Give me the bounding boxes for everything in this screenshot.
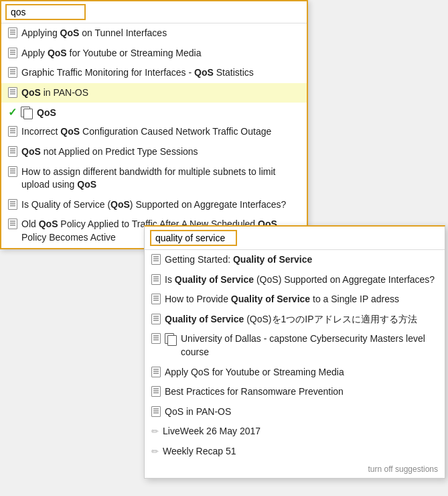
list-item[interactable]: QoS in PAN-OS: [145, 402, 445, 422]
item-label: How to Provide Quality of Service to a S…: [165, 293, 438, 306]
list-item[interactable]: How to Provide Quality of Service to a S…: [145, 290, 445, 310]
page-icon: [151, 367, 161, 377]
list-item[interactable]: QoS not Applied on Predict Type Sessions: [1, 142, 307, 162]
page-icon: [8, 146, 17, 157]
page-icon: [151, 406, 161, 417]
item-label: Getting Started: Quality of Service: [165, 253, 438, 267]
list-item[interactable]: Apply QoS for Youtube or Streaming Media: [1, 44, 307, 64]
pencil-icon: ✏: [151, 446, 159, 458]
list-item[interactable]: Applying QoS on Tunnel Interfaces: [1, 23, 307, 44]
list-item[interactable]: Getting Started: Quality of Service: [145, 250, 445, 270]
list-item[interactable]: Apply QoS for Youtube or Streaming Media: [145, 363, 445, 383]
item-label: LiveWeek 26 May 2017: [163, 425, 438, 438]
item-label: Incorrect QoS Configuration Caused Netwo…: [21, 125, 300, 139]
qos-search-row: [145, 227, 445, 250]
list-item[interactable]: Graphic Traffic Monitoring for Interface…: [1, 63, 307, 83]
item-label: QoS not Applied on Predict Type Sessions: [21, 145, 300, 159]
list-item[interactable]: Best Practices for Ransomware Prevention: [145, 382, 445, 402]
item-label: University of Dallas - capstone Cybersec…: [181, 332, 438, 359]
page-icon: [151, 314, 161, 324]
page-icon: [151, 254, 161, 265]
list-item[interactable]: How to assign different bandwidth for mu…: [1, 162, 307, 195]
search-input-row: [1, 1, 307, 23]
list-item[interactable]: Quality of Service (QoS)を1つのIPアドレスに適用する方…: [145, 310, 445, 330]
item-label: Apply QoS for Youtube or Streaming Media: [21, 47, 300, 60]
item-label: Graphic Traffic Monitoring for Interface…: [21, 66, 300, 80]
main-search-dropdown: Applying QoS on Tunnel Interfaces Apply …: [0, 0, 308, 249]
item-label: Quality of Service (QoS)を1つのIPアドレスに適用する方…: [165, 313, 438, 326]
qos-search-input[interactable]: [150, 230, 237, 246]
list-item[interactable]: University of Dallas - capstone Cybersec…: [145, 329, 445, 362]
list-item[interactable]: Incorrect QoS Configuration Caused Netwo…: [1, 122, 307, 142]
page-icon: [8, 48, 17, 58]
list-item[interactable]: ✏ LiveWeek 26 May 2017: [145, 422, 445, 442]
item-label: QoS in PAN-OS: [21, 86, 300, 100]
turn-off-suggestions[interactable]: turn off suggestions: [145, 462, 445, 478]
page-icon: [8, 67, 17, 78]
list-item-checkmark[interactable]: ✓ QoS: [1, 103, 307, 122]
item-label: Best Practices for Ransomware Prevention: [165, 385, 438, 399]
list-item[interactable]: Is Quality of Service (QoS) Supported on…: [1, 195, 307, 215]
item-label: Is Quality of Service (QoS) Supported on…: [165, 273, 438, 287]
page-icon: [151, 333, 161, 344]
page-icon: [151, 294, 161, 304]
page-icon: [151, 386, 161, 397]
page-icon: [8, 87, 17, 98]
pencil-icon: ✏: [151, 426, 159, 438]
page-icon: [151, 274, 161, 285]
checkmark-icon: ✓: [8, 106, 17, 119]
item-label: QoS in PAN-OS: [165, 406, 438, 419]
search-input[interactable]: [5, 4, 86, 20]
item-label: How to assign different bandwidth for mu…: [21, 166, 300, 192]
copy-icon: [165, 333, 177, 345]
page-icon: [8, 199, 17, 210]
item-label: Apply QoS for Youtube or Streaming Media: [165, 366, 438, 379]
page-icon: [8, 126, 17, 137]
page-icon: [8, 27, 17, 38]
copy-icon: [21, 107, 33, 119]
item-label: QoS: [37, 107, 300, 118]
secondary-search-dropdown: Getting Started: Quality of Service Is Q…: [144, 225, 445, 479]
page-icon: [8, 219, 17, 229]
item-label: Applying QoS on Tunnel Interfaces: [21, 27, 300, 40]
list-item-highlighted[interactable]: QoS in PAN-OS: [1, 83, 307, 103]
item-label: Is Quality of Service (QoS) Supported on…: [21, 198, 300, 212]
item-label: Weekly Recap 51: [163, 445, 438, 458]
page-icon: [8, 166, 17, 177]
list-item[interactable]: ✏ Weekly Recap 51: [145, 442, 445, 462]
list-item[interactable]: Is Quality of Service (QoS) Supported on…: [145, 270, 445, 290]
